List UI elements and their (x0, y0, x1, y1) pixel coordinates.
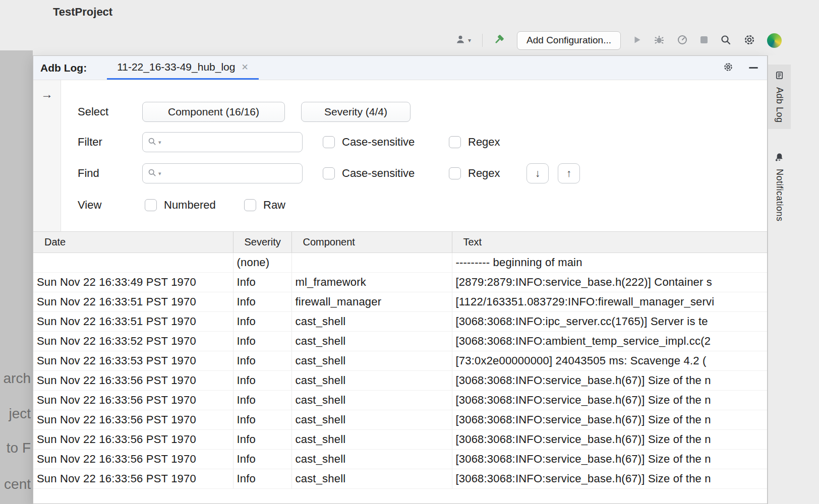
cell-date (33, 253, 233, 273)
build-button[interactable] (494, 34, 506, 47)
cell-severity: Info (233, 391, 291, 410)
cell-text: [1122/163351.083729:INFO:firewall_manage… (452, 292, 767, 312)
case-sensitive-label[interactable]: Case-sensitive (342, 167, 415, 180)
table-row[interactable]: Sun Nov 22 16:33:56 PST 1970 Info cast_s… (33, 391, 767, 410)
user-menu[interactable]: ▾ (455, 34, 471, 46)
panel-settings-button[interactable] (723, 61, 734, 74)
raw-label[interactable]: Raw (263, 199, 285, 212)
cell-component: cast_shell (291, 430, 452, 450)
cell-severity: Info (233, 312, 291, 332)
case-sensitive-label[interactable]: Case-sensitive (342, 136, 415, 149)
close-icon[interactable]: ✕ (241, 62, 248, 73)
table-row[interactable]: Sun Nov 22 16:33:51 PST 1970 Info firewa… (33, 292, 767, 312)
regex-label[interactable]: Regex (468, 167, 500, 180)
debug-button[interactable] (653, 34, 665, 47)
filter-regex-option: Regex (449, 132, 500, 152)
cell-date: Sun Nov 22 16:33:56 PST 1970 (33, 469, 233, 489)
user-avatar[interactable] (767, 33, 782, 48)
cell-date: Sun Nov 22 16:33:51 PST 1970 (33, 312, 233, 332)
find-input[interactable] (163, 167, 297, 180)
chevron-down-icon[interactable]: ▾ (158, 170, 161, 177)
filter-input[interactable] (163, 136, 297, 149)
table-row[interactable]: Sun Nov 22 16:33:56 PST 1970 Info cast_s… (33, 469, 767, 489)
arrow-up-icon: ↑ (566, 167, 572, 179)
stop-button[interactable] (699, 35, 709, 46)
search-everywhere-button[interactable] (720, 34, 732, 47)
cell-text: [2879:2879:INFO:service_base.h(222)] Con… (452, 273, 767, 292)
table-row[interactable]: Sun Nov 22 16:33:53 PST 1970 Info cast_s… (33, 351, 767, 371)
filter-case-sensitive-option: Case-sensitive (323, 132, 415, 152)
regex-checkbox[interactable] (449, 167, 461, 179)
numbered-checkbox[interactable] (145, 199, 157, 211)
add-configuration-button[interactable]: Add Configuration... (517, 31, 621, 50)
sidebar-tab-adb-log-label: Adb Log (774, 87, 785, 123)
arrow-right-icon[interactable]: → (41, 87, 53, 101)
cell-component: cast_shell (291, 410, 452, 430)
cell-severity: Info (233, 450, 291, 469)
case-sensitive-checkbox[interactable] (323, 167, 335, 179)
sidebar-tab-notifications[interactable]: Notifications (768, 146, 791, 228)
search-icon[interactable] (148, 168, 156, 179)
cell-date: Sun Nov 22 16:33:56 PST 1970 (33, 430, 233, 450)
sidebar-tab-adb-log[interactable]: Adb Log (768, 65, 791, 129)
find-next-button[interactable]: ↓ (526, 163, 549, 183)
view-label: View (78, 195, 101, 215)
raw-option: Raw (244, 195, 285, 215)
stop-icon (699, 35, 709, 46)
table-row[interactable]: Sun Nov 22 16:33:51 PST 1970 Info cast_s… (33, 312, 767, 332)
cell-text: [3068:3068:INFO:service_base.h(67)] Size… (452, 450, 767, 469)
settings-button[interactable] (743, 33, 756, 48)
chevron-down-icon[interactable]: ▾ (158, 139, 161, 146)
raw-checkbox[interactable] (244, 199, 256, 211)
find-row: Find ▾ Case-sensitive Regex (62, 163, 767, 183)
column-header-component[interactable]: Component (291, 232, 452, 253)
table-row[interactable]: Sun Nov 22 16:33:56 PST 1970 Info cast_s… (33, 410, 767, 430)
bug-icon (653, 34, 665, 47)
regex-label[interactable]: Regex (468, 136, 500, 149)
minimize-icon (749, 67, 758, 69)
play-icon (632, 35, 642, 46)
person-icon (455, 34, 465, 46)
filter-label: Filter (78, 132, 102, 152)
profile-button[interactable] (676, 34, 688, 47)
table-row[interactable]: Sun Nov 22 16:33:56 PST 1970 Info cast_s… (33, 430, 767, 450)
regex-checkbox[interactable] (449, 136, 461, 148)
minimize-button[interactable] (749, 67, 758, 69)
column-header-severity[interactable]: Severity (233, 232, 291, 253)
adb-log-panel: Adb Log: 11-22_16-33-49_hub_log ✕ → (33, 55, 768, 504)
find-case-sensitive-option: Case-sensitive (323, 163, 415, 183)
panel-header-actions (723, 61, 758, 74)
search-icon[interactable] (148, 137, 156, 148)
cell-text: [3068:3068:INFO:service_base.h(67)] Size… (452, 410, 767, 430)
case-sensitive-checkbox[interactable] (323, 136, 335, 148)
severity-filter-button[interactable]: Severity (4/4) (301, 102, 411, 122)
screen: arch ject to F cent vigat TestProject ▾ … (0, 0, 819, 504)
numbered-label[interactable]: Numbered (164, 199, 216, 212)
table-row[interactable]: Sun Nov 22 16:33:56 PST 1970 Info cast_s… (33, 450, 767, 469)
table-row[interactable]: Sun Nov 22 16:33:56 PST 1970 Info cast_s… (33, 371, 767, 391)
cell-text: [3068:3068:INFO:service_base.h(67)] Size… (452, 391, 767, 410)
find-previous-button[interactable]: ↑ (558, 163, 580, 183)
cell-component: cast_shell (291, 312, 452, 332)
column-header-text[interactable]: Text (452, 232, 767, 253)
column-header-date[interactable]: Date (33, 232, 233, 253)
cell-severity: Info (233, 469, 291, 489)
numbered-option: Numbered (145, 195, 216, 215)
table-row[interactable]: Sun Nov 22 16:33:49 PST 1970 Info ml_fra… (33, 273, 767, 292)
search-icon (720, 34, 732, 47)
cell-text: [3068:3068:INFO:service_base.h(67)] Size… (452, 469, 767, 489)
cell-component: cast_shell (291, 332, 452, 351)
table-row[interactable]: (none) --------- beginning of main (33, 253, 767, 273)
cell-text: [3068:3068:INFO:ambient_temp_service_imp… (452, 332, 767, 351)
arrow-down-icon: ↓ (535, 167, 541, 179)
filter-gutter: → (33, 80, 61, 231)
component-filter-button[interactable]: Component (16/16) (142, 102, 285, 122)
table-row[interactable]: Sun Nov 22 16:33:52 PST 1970 Info cast_s… (33, 332, 767, 351)
cell-component: cast_shell (291, 391, 452, 410)
cell-component: ml_framework (291, 273, 452, 292)
background-window-strip: arch ject to F cent vigat (0, 50, 33, 504)
run-button[interactable] (632, 35, 642, 46)
cell-date: Sun Nov 22 16:33:52 PST 1970 (33, 332, 233, 351)
filter-zone: → Select Component (16/16) Severity (4/4… (33, 80, 767, 231)
log-file-tab[interactable]: 11-22_16-33-49_hub_log ✕ (107, 56, 259, 80)
